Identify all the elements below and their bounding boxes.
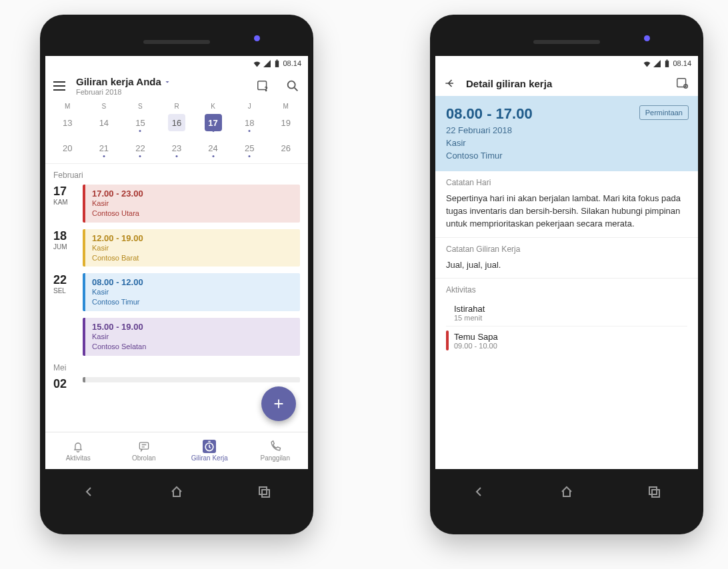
hero-location: Contoso Timur (446, 151, 687, 161)
calendar-day[interactable]: 25 (231, 138, 268, 158)
month-label: Februari (45, 167, 308, 181)
status-time: 08.14 (673, 59, 691, 67)
clock-icon (203, 440, 216, 453)
svg-rect-9 (665, 61, 669, 67)
bell-icon (71, 440, 85, 453)
shift-card[interactable]: 15.00 - 19.00KasirContoso Selatan (83, 318, 300, 356)
phone-camera-dot (644, 35, 650, 41)
svg-point-3 (265, 90, 266, 91)
back-nav-icon[interactable] (471, 484, 487, 500)
battery-icon (273, 59, 281, 68)
day-notes-section: Catatan Hari Sepertinya hari ini akan be… (435, 171, 698, 237)
calendar-row-2: 20212223242526 (45, 135, 308, 161)
shift-row[interactable]: 17KAM17.00 - 23.00KasirContoso Utara (45, 181, 308, 226)
activity-row[interactable]: Istirahat15 menit (446, 300, 687, 326)
phone-icon (269, 440, 282, 453)
weekday-header: MSSRKJM (45, 101, 308, 110)
shift-row[interactable]: 15.00 - 19.00KasirContoso Selatan (45, 314, 308, 359)
bottom-tab-bar: Aktivitas Obrolan Giliran Kerja Panggila… (45, 432, 308, 469)
activity-row[interactable]: Temu Sapa09.00 - 10.00 (446, 326, 687, 354)
tab-shifts[interactable]: Giliran Kerja (177, 432, 243, 469)
tab-activity[interactable]: Aktivitas (45, 432, 111, 469)
calendar-row-1: 13141516171819 (45, 110, 308, 135)
calendar-day[interactable]: 22 (122, 138, 159, 158)
shift-hero: 08.00 - 17.00 Permintaan 22 Februari 201… (435, 96, 698, 171)
home-nav-icon[interactable] (169, 484, 185, 500)
svg-rect-7 (259, 487, 267, 494)
hero-date: 22 Februari 2018 (446, 125, 687, 135)
calendar-day[interactable]: 15 (122, 113, 159, 133)
shift-notes-title: Catatan Giliran Kerja (446, 245, 687, 254)
phone-right: 08.14 Detail giliran kerja 08.00 - 17.00… (430, 15, 703, 534)
svg-rect-10 (667, 59, 668, 61)
request-button[interactable]: Permintaan (639, 105, 689, 120)
calendar-day[interactable]: 13 (49, 113, 86, 133)
day-notes-body: Sepertinya hari ini akan berjalan lambat… (446, 193, 687, 231)
add-shift-fab[interactable] (261, 386, 296, 421)
wifi-icon (643, 59, 651, 68)
recent-nav-icon[interactable] (646, 484, 662, 500)
tab-chat[interactable]: Obrolan (111, 432, 177, 469)
activities-section: Aktivitas Istirahat15 menitTemu Sapa09.0… (435, 279, 698, 361)
header-subtitle: Februari 2018 (76, 88, 241, 96)
screen-left: 08.14 Giliran kerja Anda Februari 2018 M… (45, 56, 308, 469)
chevron-down-icon (163, 78, 171, 86)
calendar-day[interactable]: 14 (86, 113, 123, 133)
svg-rect-13 (649, 487, 657, 494)
shift-row[interactable]: 18JUM12.00 - 19.00KasirContoso Barat (45, 226, 308, 271)
status-bar: 08.14 (435, 56, 698, 71)
app-header: Giliran kerja Anda Februari 2018 (45, 71, 308, 101)
calendar-day[interactable]: 23 (159, 138, 195, 158)
calendar-day[interactable]: 19 (267, 113, 304, 133)
calendar-day[interactable]: 21 (86, 138, 123, 158)
clock-help-icon[interactable] (256, 79, 271, 93)
status-bar: 08.14 (45, 56, 308, 71)
wifi-icon (253, 59, 261, 68)
shifts-list: 17KAM17.00 - 23.00KasirContoso Utara18JU… (45, 181, 308, 359)
shift-notes-section: Catatan Giliran Kerja Jual, jual, jual. (435, 238, 698, 279)
svg-rect-8 (262, 490, 269, 497)
day-notes-title: Catatan Hari (446, 178, 687, 187)
hero-role: Kasir (446, 138, 687, 148)
phone-camera-dot (254, 35, 260, 41)
svg-point-4 (288, 81, 295, 89)
calendar-day[interactable]: 16 (159, 113, 195, 133)
svg-rect-14 (652, 490, 659, 497)
chat-icon (137, 440, 151, 453)
phone-speaker (143, 40, 210, 44)
shift-notes-body: Jual, jual, jual. (446, 259, 687, 272)
month-label-2: Mei (45, 359, 308, 374)
shift-card[interactable]: 12.00 - 19.00KasirContoso Barat (83, 229, 300, 267)
shift-row[interactable]: 22SEL08.00 - 12.00KasirContoso Timur (45, 270, 308, 314)
calendar-day[interactable]: 20 (49, 138, 86, 158)
clock-share-icon[interactable] (675, 76, 690, 91)
calendar-day[interactable]: 26 (267, 138, 304, 158)
activities-title: Aktivitas (446, 285, 687, 294)
signal-icon (263, 59, 271, 68)
screen-right: 08.14 Detail giliran kerja 08.00 - 17.00… (435, 56, 698, 469)
header-title[interactable]: Giliran kerja Anda (76, 76, 241, 87)
search-icon[interactable] (285, 79, 300, 93)
detail-header: Detail giliran kerja (435, 71, 698, 96)
recent-nav-icon[interactable] (256, 484, 272, 500)
home-nav-icon[interactable] (559, 484, 575, 500)
svg-rect-1 (277, 59, 278, 61)
svg-rect-2 (258, 81, 267, 90)
menu-button[interactable] (53, 79, 68, 93)
phone-speaker (533, 40, 600, 44)
calendar-day[interactable]: 24 (195, 138, 231, 158)
status-time: 08.14 (283, 59, 301, 67)
calendar-day[interactable]: 18 (231, 113, 268, 133)
android-nav (45, 484, 308, 500)
back-button[interactable] (443, 76, 458, 91)
svg-rect-5 (139, 442, 148, 449)
signal-icon (653, 59, 661, 68)
back-nav-icon[interactable] (81, 484, 97, 500)
shift-card[interactable]: 08.00 - 12.00KasirContoso Timur (83, 273, 300, 311)
shift-card[interactable]: 17.00 - 23.00KasirContoso Utara (83, 185, 300, 223)
tab-calls[interactable]: Panggilan (243, 432, 309, 469)
svg-rect-0 (275, 61, 279, 67)
detail-title: Detail giliran kerja (466, 78, 661, 89)
calendar-day[interactable]: 17 (195, 113, 231, 133)
android-nav (435, 484, 698, 500)
